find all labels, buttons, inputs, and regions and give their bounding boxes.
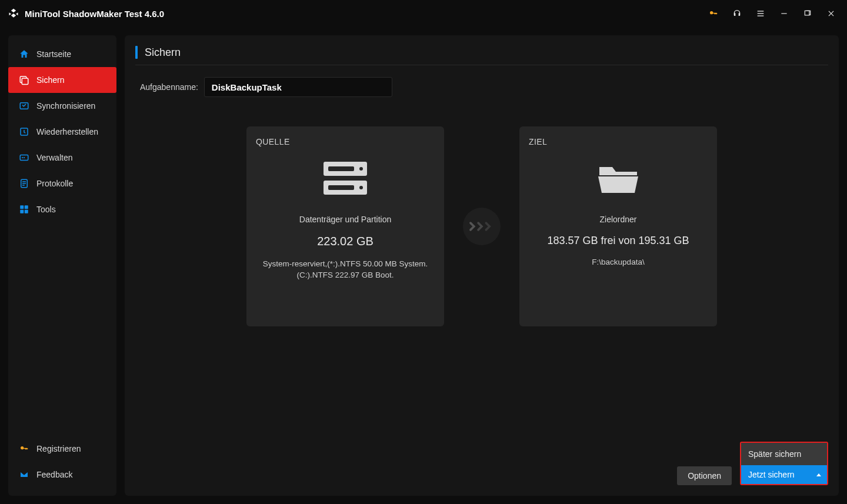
svg-rect-18 [25,205,28,209]
sidebar-item-label: Synchronisieren [36,101,95,111]
key-icon[interactable] [708,8,719,19]
header-accent-bar [135,46,138,59]
home-icon [19,49,29,59]
restore-icon [19,126,29,137]
app-logo-icon [7,7,20,20]
disk-icon [322,159,368,197]
sidebar-item-startseite[interactable]: Startseite [8,41,116,67]
sidebar-item-label: Tools [36,205,56,214]
backup-now-button[interactable]: Jetzt sichern [741,465,827,484]
svg-rect-19 [20,210,24,213]
mail-icon [19,469,29,480]
taskname-label: Aufgabenname: [140,82,198,92]
svg-rect-3 [781,13,786,14]
footer-actions: Optionen Später sichern Jetzt sichern [677,442,828,485]
target-heading: ZIEL [529,137,547,146]
source-line1: Datenträger und Partition [299,215,391,224]
sidebar-item-protokolle[interactable]: Protokolle [8,171,116,196]
menu-icon[interactable] [755,8,766,19]
svg-rect-7 [22,78,28,85]
sidebar: Startseite Sichern Synchronisieren Wiede… [8,35,116,496]
sidebar-item-label: Wiederherstellen [36,127,98,136]
key-icon [19,443,29,454]
backup-dropdown: Später sichern Jetzt sichern [740,442,828,485]
sidebar-item-label: Protokolle [36,179,73,188]
sidebar-item-label: Sichern [36,75,64,85]
svg-rect-25 [328,185,354,190]
backup-icon [19,75,29,85]
target-space: 183.57 GB frei von 195.31 GB [547,235,689,247]
svg-point-12 [24,157,25,158]
log-icon [19,178,29,189]
svg-rect-4 [805,11,809,15]
chevrons-icon [463,208,501,245]
options-button[interactable]: Optionen [677,466,732,485]
source-size: 223.02 GB [317,235,374,248]
titlebar-controls [708,8,842,19]
sidebar-footer-registrieren[interactable]: Registrieren [8,436,116,462]
manage-icon [19,152,29,163]
app-title: MiniTool ShadowMaker Test 4.6.0 [25,9,164,19]
minimize-button[interactable] [779,8,789,19]
svg-rect-0 [758,11,764,11]
sidebar-footer-label: Registrieren [36,444,81,453]
sidebar-item-synchronisieren[interactable]: Synchronisieren [8,93,116,119]
backup-now-label: Jetzt sichern [748,470,795,479]
close-button[interactable] [826,8,836,19]
target-card[interactable]: ZIEL Zielordner 183.57 GB frei von 195.3… [519,126,717,326]
titlebar: MiniTool ShadowMaker Test 4.6.0 [0,0,847,27]
sidebar-item-label: Verwalten [36,153,72,162]
sidebar-footer-label: Feedback [36,470,72,479]
svg-rect-17 [20,205,24,209]
tools-icon [19,204,29,215]
svg-rect-20 [25,210,28,213]
taskname-input[interactable] [204,77,392,97]
source-details: System-reserviert,(*:).NTFS 50.00 MB Sys… [256,259,435,281]
taskname-row: Aufgabenname: [140,77,828,97]
sidebar-item-sichern[interactable]: Sichern [8,67,116,93]
main-panel: Sichern Aufgabenname: QUELLE [125,35,839,496]
svg-point-23 [359,167,363,171]
sidebar-footer-feedback[interactable]: Feedback [8,462,116,488]
svg-rect-22 [328,166,354,171]
cards-row: QUELLE Datenträger und Partition 223.02 … [135,126,828,326]
page-title: Sichern [145,46,181,59]
source-card[interactable]: QUELLE Datenträger und Partition 223.02 … [246,126,444,326]
sidebar-item-wiederherstellen[interactable]: Wiederherstellen [8,119,116,145]
target-path: F:\backupdata\ [592,258,644,266]
chevron-up-icon [816,473,821,476]
sidebar-item-tools[interactable]: Tools [8,196,116,222]
svg-point-11 [22,157,23,158]
sync-icon [19,101,29,111]
source-heading: QUELLE [256,137,290,146]
svg-point-26 [359,186,363,189]
svg-rect-2 [758,15,764,16]
headphones-icon[interactable] [732,8,742,19]
page-header: Sichern [135,46,828,65]
sidebar-item-label: Startseite [36,49,71,59]
folder-icon [597,159,639,197]
svg-rect-1 [758,13,764,14]
target-line1: Zielordner [599,215,636,224]
sidebar-item-verwalten[interactable]: Verwalten [8,145,116,171]
backup-later-option[interactable]: Später sichern [741,443,827,465]
maximize-button[interactable] [802,8,813,19]
